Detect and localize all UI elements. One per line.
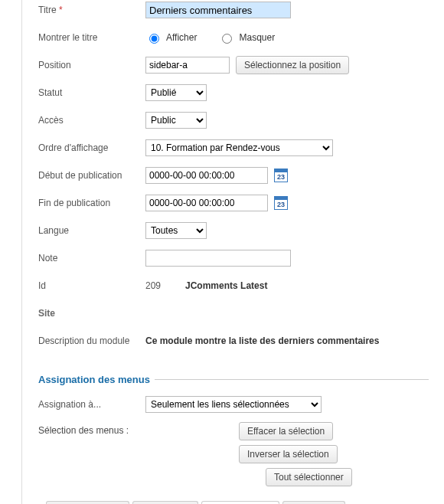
show-title-show[interactable]: Afficher [145,31,197,44]
publish-down-input[interactable] [145,195,268,211]
language-label: Langue [38,225,145,236]
note-label: Note [38,253,145,263]
menu-assignment-legend: Assignation des menus [38,374,155,385]
publish-down-label: Fin de publication [38,198,145,208]
menu-tabs: Administrateurs Main Menu Menu invisible… [46,500,429,504]
access-select[interactable]: Public [145,112,207,129]
position-label: Position [38,60,145,70]
id-value: 209JComments Latest [145,280,267,291]
invert-selection-button[interactable]: Inverser la sélection [239,445,338,463]
clear-selection-button[interactable]: Effacer la sélection [239,422,333,440]
show-title-show-radio[interactable] [149,34,159,44]
assign-to-label: Assignation à... [38,399,145,410]
calendar-icon[interactable]: 23 [274,196,288,210]
title-input[interactable] [145,2,291,18]
module-desc-label: Description du module [38,335,145,346]
select-all-button[interactable]: Tout sélectionner [266,468,352,486]
site-label: Site [38,308,145,319]
menu-assignment-fieldset: Assignation des menus Assignation à... S… [38,374,429,504]
tab-menu-libre[interactable]: Menu libre [282,501,345,504]
access-label: Accès [38,115,145,126]
tab-administrators[interactable]: Administrateurs [46,501,129,504]
publish-up-label: Début de publication [38,170,145,181]
status-label: Statut [38,87,145,98]
note-input[interactable] [145,250,291,267]
menu-selection-label: Sélection des menus : [38,422,145,436]
ordering-select[interactable]: 10. Formation par Rendez-vous [145,139,333,156]
show-title-label: Montrer le titre [38,32,145,43]
calendar-icon[interactable]: 23 [274,169,288,182]
select-position-button[interactable]: Sélectionnez la position [236,56,349,74]
assign-to-select[interactable]: Seulement les liens sélectionnées [145,396,322,413]
ordering-label: Ordre d'affichage [38,142,145,153]
tab-menu-invisible[interactable]: Menu invisible [201,501,279,504]
id-label: Id [38,280,145,291]
publish-up-input[interactable] [145,167,268,184]
tab-main-menu[interactable]: Main Menu [132,501,198,504]
language-select[interactable]: Toutes [145,222,207,239]
module-desc-value: Ce module montre la liste des derniers c… [145,335,379,346]
position-input[interactable] [145,57,230,74]
show-title-hide-radio[interactable] [222,34,232,44]
title-label: Titre * [38,5,145,15]
status-select[interactable]: Publié [145,84,207,101]
show-title-hide[interactable]: Masquer [218,31,275,44]
